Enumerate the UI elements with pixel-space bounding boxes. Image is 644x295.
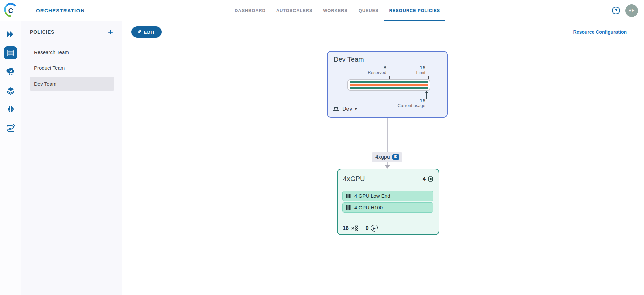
queue-row-label: 4 GPU H100: [354, 205, 383, 210]
clearml-logo-icon: C: [4, 3, 18, 17]
autoscaler-cloud-icon[interactable]: [4, 65, 17, 78]
resource-configuration-link[interactable]: Resource Configuration: [573, 29, 627, 35]
chevron-down-icon: ▾: [355, 107, 357, 111]
current-usage-label: Current usage: [398, 103, 425, 108]
gpu-chip-icon: [427, 176, 434, 182]
tab-dashboard[interactable]: DASHBOARD: [229, 0, 271, 21]
gpu-count-group: 4: [423, 176, 434, 182]
header-actions: ? RE: [612, 0, 638, 21]
reserved-marker: 8 Reserved: [368, 65, 386, 75]
team-dropdown[interactable]: Dev ▾: [332, 106, 357, 112]
pending-jobs-icon: [351, 225, 359, 231]
top-header: C ORCHESTRATION DASHBOARD AUTOSCALERS WO…: [0, 0, 644, 21]
policy-item-research-team[interactable]: Research Team: [30, 45, 114, 59]
main-tab-bar: DASHBOARD AUTOSCALERS WORKERS QUEUES RES…: [229, 0, 445, 21]
limit-marker: 16 Limit: [416, 65, 425, 75]
connector-line-upper: [387, 118, 388, 152]
policies-panel: POLICIES + Research Team Product Team De…: [21, 21, 122, 295]
page-title: ORCHESTRATION: [36, 0, 85, 21]
team-dropdown-label: Dev: [342, 106, 352, 112]
queue-barcode-icon: [346, 205, 351, 210]
clearml-logo[interactable]: C: [0, 0, 21, 21]
user-avatar[interactable]: RE: [625, 4, 638, 17]
queue-barcode-icon: [346, 193, 351, 198]
dev-team-card-title: Dev Team: [334, 56, 364, 63]
tab-autoscalers[interactable]: AUTOSCALERS: [271, 0, 318, 21]
policy-item-dev-team[interactable]: Dev Team: [30, 77, 114, 91]
policies-panel-header: POLICIES +: [21, 21, 122, 43]
reserved-label: Reserved: [368, 70, 386, 75]
limit-tick: [428, 76, 429, 79]
add-policy-button[interactable]: +: [108, 29, 113, 35]
users-group-icon: [332, 106, 340, 112]
orchestration-servers-icon[interactable]: [4, 46, 17, 59]
tab-queues[interactable]: QUEUES: [353, 0, 384, 21]
edit-button[interactable]: ✎ EDIT: [131, 26, 162, 38]
gpu-count-value: 4: [423, 176, 426, 182]
queue-row-label: 4 GPU Low End: [354, 193, 390, 199]
usage-stripes: [350, 81, 428, 89]
running-jobs-icon: ▶: [371, 225, 378, 232]
current-usage-marker: 16 Current usage: [398, 98, 425, 108]
queue-link-label: 4xgpu: [375, 154, 390, 160]
edit-button-label: EDIT: [144, 30, 155, 35]
help-icon[interactable]: ?: [612, 7, 620, 14]
queue-id-badge[interactable]: ID: [392, 154, 399, 160]
gpu-card-stats: 16 0 ▶: [343, 225, 378, 232]
resource-policy-canvas: ✎ EDIT Resource Configuration Dev Team 8…: [122, 21, 644, 295]
gpu-resource-card[interactable]: 4xGPU 4: [337, 169, 439, 235]
orchestration-app: C ORCHESTRATION DASHBOARD AUTOSCALERS WO…: [0, 0, 644, 295]
queue-row-low-end[interactable]: 4 GPU Low End: [342, 191, 433, 201]
datasets-layers-icon[interactable]: [4, 84, 17, 97]
queue-link-pill[interactable]: 4xgpu ID: [372, 152, 402, 162]
model-brain-icon[interactable]: [4, 103, 17, 116]
policy-list: Research Team Product Team Dev Team: [21, 43, 122, 91]
running-count: 0: [366, 225, 369, 231]
tab-resource-policies[interactable]: RESOURCE POLICIES: [384, 0, 445, 21]
collapse-double-chevron-icon[interactable]: [4, 28, 17, 41]
policy-item-product-team[interactable]: Product Team: [30, 61, 114, 75]
connector-arrowhead-icon: [384, 165, 390, 169]
reserved-dashed-line: [389, 80, 389, 90]
svg-text:C: C: [8, 7, 13, 14]
dev-team-card[interactable]: Dev Team 8 Reserved 16 Limit: [327, 51, 448, 118]
resource-usage-bar: [347, 79, 430, 91]
limit-value: 16: [416, 65, 425, 70]
gpu-card-title: 4xGPU: [343, 175, 365, 183]
policies-title: POLICIES: [30, 29, 54, 35]
pipelines-route-icon[interactable]: [4, 121, 17, 134]
current-usage-value: 16: [398, 98, 425, 103]
side-icon-rail: [0, 21, 21, 295]
pending-count: 16: [343, 225, 349, 231]
limit-label: Limit: [416, 70, 425, 75]
reserved-tick: [389, 76, 390, 79]
pencil-icon: ✎: [137, 29, 141, 35]
reserved-value: 8: [368, 65, 386, 70]
queue-row-h100[interactable]: 4 GPU H100: [342, 202, 433, 213]
tab-workers[interactable]: WORKERS: [318, 0, 353, 21]
